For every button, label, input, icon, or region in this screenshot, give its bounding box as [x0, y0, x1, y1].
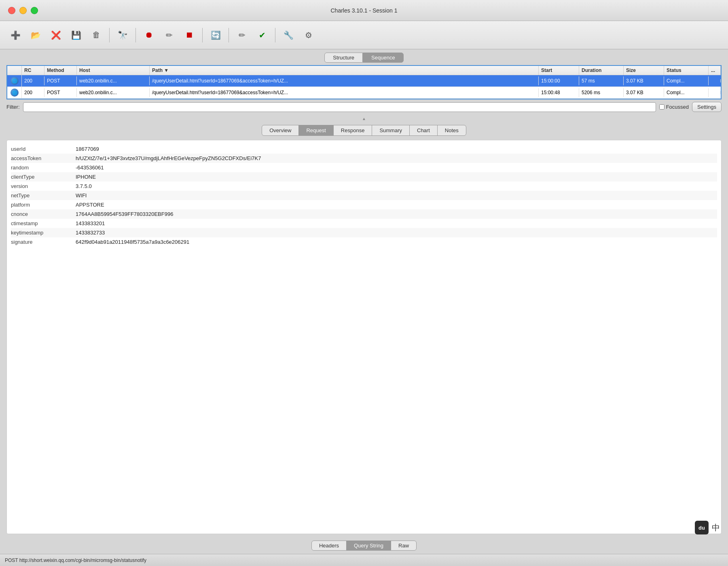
close-session-button[interactable]: ❌ [47, 26, 65, 44]
collapse-arrow[interactable]: ▲ [362, 116, 366, 121]
param-key: platform [11, 202, 76, 208]
filter-input[interactable] [23, 102, 656, 112]
param-value: -643536061 [76, 165, 717, 171]
separator-1 [109, 28, 110, 42]
row-status: Compl... [664, 76, 709, 85]
focussed-label: Focussed [666, 104, 689, 110]
statusbar: POST http://short.weixin.qq.com/cgi-bin/… [0, 554, 728, 566]
open-button[interactable]: 📂 [27, 26, 44, 44]
du-icon: du [695, 521, 709, 534]
param-key: version [11, 183, 76, 189]
param-value: IPHONE [76, 174, 717, 180]
tab-request[interactable]: Request [298, 125, 333, 136]
edit-button[interactable]: ✏ [233, 26, 251, 44]
globe-icon: 🌐 [11, 77, 19, 85]
tab-raw[interactable]: Raw [391, 541, 417, 551]
settings-button[interactable]: Settings [692, 102, 722, 112]
tab-summary[interactable]: Summary [372, 125, 410, 136]
param-value: 642f9d04ab91a2011948f5735a7a9a3c6e206291 [76, 239, 717, 245]
row-rc: 200 [22, 88, 44, 97]
request-table: RC Method Host Path ▼ Start Duration Siz… [6, 65, 722, 99]
tab-notes[interactable]: Notes [437, 125, 466, 136]
row-host: web20.onbilin.c... [77, 76, 150, 85]
row-start: 15:00:00 [539, 76, 579, 85]
param-row: clientTypeIPHONE [11, 172, 717, 182]
tab-headers[interactable]: Headers [311, 541, 347, 551]
row-size: 3.07 KB [624, 88, 664, 97]
row-duration: 5206 ms [579, 88, 624, 97]
toolbar: ➕ 📂 ❌ 💾 🗑 🔭 ⏺ ✏ ⏹ 🔄 ✏ ✔ 🔧 ⚙ [0, 21, 728, 49]
param-value: 3.7.5.0 [76, 183, 717, 189]
param-row: random-643536061 [11, 163, 717, 172]
tab-chart[interactable]: Chart [409, 125, 438, 136]
param-value: 1433832733 [76, 230, 717, 236]
detail-area: Overview Request Response Summary Chart … [0, 122, 728, 554]
corner-icons: du 中 [695, 521, 720, 534]
gear-button[interactable]: ⚙ [300, 26, 317, 44]
col-header-status: Status [664, 66, 709, 75]
row-method: POST [44, 88, 77, 97]
separator-4 [229, 28, 229, 42]
col-header-more: ... [709, 66, 721, 75]
param-row: netTypeWIFI [11, 191, 717, 200]
table-row[interactable]: 🌐 200 POST web20.onbilin.c... /queryUser… [7, 87, 721, 99]
col-header-duration: Duration [579, 66, 624, 75]
col-header-host: Host [77, 66, 150, 75]
tab-overview[interactable]: Overview [262, 125, 299, 136]
row-size: 3.07 KB [624, 76, 664, 85]
zh-icon: 中 [712, 522, 720, 533]
param-key: ctimestamp [11, 220, 76, 226]
row-duration: 57 ms [579, 76, 624, 85]
param-key: accessToken [11, 155, 76, 161]
separator-2 [135, 28, 136, 42]
param-value: 1764AA8B59954F539FF7803320EBF996 [76, 211, 717, 217]
stop-button[interactable]: ⏹ [180, 26, 198, 44]
param-row: ctimestamp1433833201 [11, 219, 717, 228]
col-header-method: Method [44, 66, 77, 75]
col-header-rc: RC [22, 66, 44, 75]
tab-structure[interactable]: Structure [324, 53, 363, 63]
trash-button[interactable]: 🗑 [87, 26, 105, 44]
focussed-checkbox[interactable] [659, 104, 665, 110]
new-session-button[interactable]: ➕ [6, 26, 24, 44]
tab-response[interactable]: Response [333, 125, 372, 136]
find-button[interactable]: 🔭 [114, 26, 131, 44]
tab-sequence[interactable]: Sequence [363, 53, 404, 63]
param-row: cnonce1764AA8B59954F539FF7803320EBF996 [11, 209, 717, 219]
row-host: web20.onbilin.c... [77, 88, 150, 97]
save-button[interactable]: 💾 [67, 26, 85, 44]
checkmark-button[interactable]: ✔ [253, 26, 271, 44]
row-icon: 🌐 [7, 87, 22, 98]
param-row: platformAPPSTORE [11, 200, 717, 209]
tools-button[interactable]: 🔧 [279, 26, 297, 44]
param-key: netType [11, 192, 76, 199]
minimize-button[interactable] [19, 7, 27, 14]
detail-content: userId18677069accessTokenh/UZXtZ/7e/1+3N… [0, 136, 728, 538]
row-icon: 🌐 [7, 75, 22, 87]
bottom-tabs: Headers Query String Raw [0, 538, 728, 554]
pencil-tool-button[interactable]: ✏ [160, 26, 178, 44]
close-button[interactable] [8, 7, 15, 14]
filter-bar: Filter: Focussed Settings [0, 99, 728, 114]
param-key: keytimestamp [11, 230, 76, 236]
window-title: Charles 3.10.1 - Session 1 [331, 7, 398, 14]
status-text: POST http://short.weixin.qq.com/cgi-bin/… [5, 558, 146, 563]
tab-query-string[interactable]: Query String [346, 541, 391, 551]
col-header-path: Path ▼ [150, 66, 539, 75]
record-button[interactable]: ⏺ [140, 26, 158, 44]
globe-icon: 🌐 [11, 89, 19, 97]
param-value: h/UZXtZ/7e/1+3NF3xvtze37U/mgdjLAhfHrEGeV… [76, 155, 717, 161]
window-controls[interactable] [8, 7, 38, 14]
param-row: signature642f9d04ab91a2011948f5735a7a9a3… [11, 237, 717, 247]
table-row[interactable]: 🌐 200 POST web20.onbilin.c... /queryUser… [7, 75, 721, 87]
row-path: /queryUserDetail.html?userId=18677069&ac… [150, 88, 539, 97]
focussed-checkbox-row[interactable]: Focussed [659, 104, 689, 110]
filter-label: Filter: [6, 104, 20, 110]
row-status: Compl... [664, 88, 709, 97]
col-header-start: Start [539, 66, 579, 75]
maximize-button[interactable] [31, 7, 38, 14]
table-header: RC Method Host Path ▼ Start Duration Siz… [7, 66, 721, 75]
refresh-button[interactable]: 🔄 [207, 26, 224, 44]
param-key: signature [11, 239, 76, 245]
param-row: accessTokenh/UZXtZ/7e/1+3NF3xvtze37U/mgd… [11, 154, 717, 163]
